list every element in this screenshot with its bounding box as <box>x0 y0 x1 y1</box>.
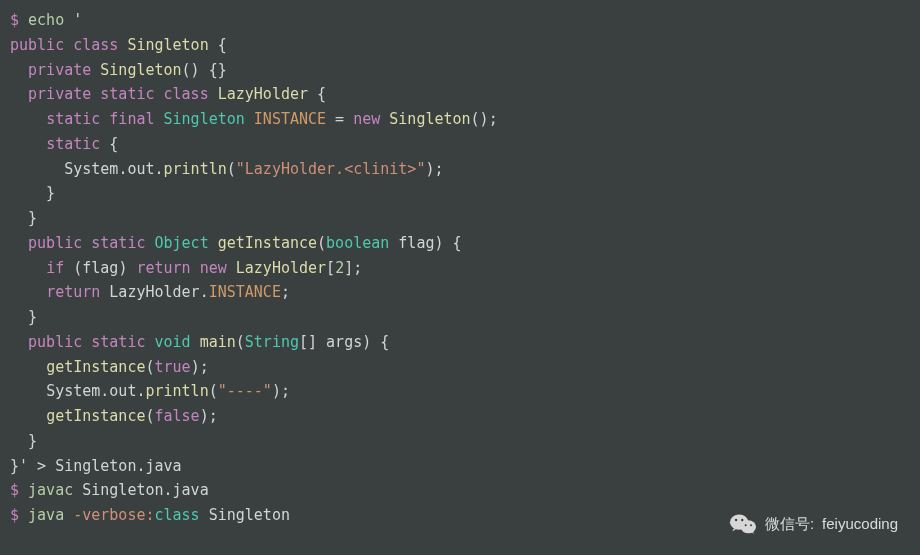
code-line: } <box>10 308 37 326</box>
svg-point-4 <box>745 524 747 526</box>
watermark: 微信号: feiyucoding <box>729 512 898 537</box>
code-line: $ javac Singleton.java <box>10 481 209 499</box>
code-line: public class Singleton { <box>10 36 227 54</box>
code-line: static final Singleton INSTANCE = new Si… <box>10 110 498 128</box>
svg-point-5 <box>750 524 752 526</box>
terminal-code-block: $ echo ' public class Singleton { privat… <box>10 8 910 528</box>
code-line: getInstance(true); <box>10 358 209 376</box>
code-line: public static Object getInstance(boolean… <box>10 234 462 252</box>
code-line: } <box>10 209 37 227</box>
code-line: }' > Singleton.java <box>10 457 182 475</box>
watermark-label: 微信号: <box>765 512 814 537</box>
code-line: } <box>10 432 37 450</box>
code-line: getInstance(false); <box>10 407 218 425</box>
code-line: } <box>10 184 55 202</box>
svg-point-3 <box>741 519 743 521</box>
code-line: return LazyHolder.INSTANCE; <box>10 283 290 301</box>
svg-point-1 <box>741 520 756 533</box>
watermark-value: feiyucoding <box>822 512 898 537</box>
code-line: private static class LazyHolder { <box>10 85 326 103</box>
code-line: public static void main(String[] args) { <box>10 333 389 351</box>
code-line: System.out.println("LazyHolder.<clinit>"… <box>10 160 444 178</box>
code-line: $ echo ' <box>10 11 82 29</box>
code-line: if (flag) return new LazyHolder[2]; <box>10 259 362 277</box>
code-line: $ java -verbose:class Singleton <box>10 506 290 524</box>
wechat-icon <box>729 513 757 536</box>
svg-point-2 <box>735 519 737 521</box>
code-line: static { <box>10 135 118 153</box>
code-line: private Singleton() {} <box>10 61 227 79</box>
code-line: System.out.println("----"); <box>10 382 290 400</box>
